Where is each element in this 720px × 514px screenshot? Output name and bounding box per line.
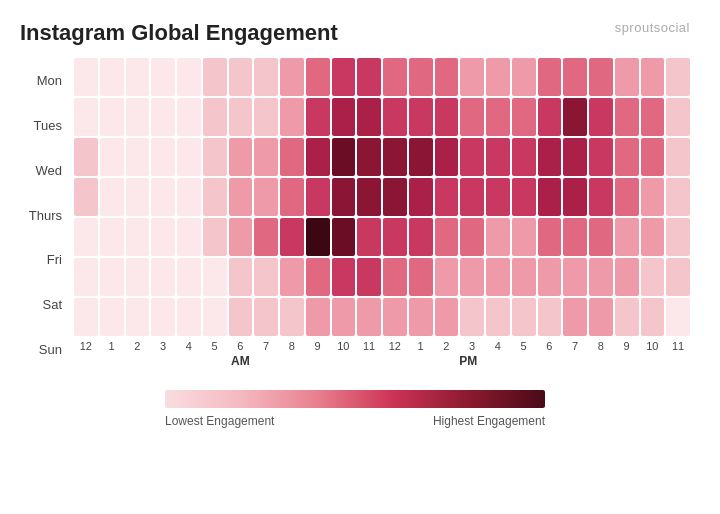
heatmap-cell xyxy=(383,58,407,96)
legend-high-label: Highest Engagement xyxy=(433,414,545,428)
heatmap-cell xyxy=(229,178,253,216)
heatmap-cell xyxy=(641,298,665,336)
x-label: 7 xyxy=(563,340,587,352)
x-label: 5 xyxy=(203,340,227,352)
heatmap-cell xyxy=(589,298,613,336)
heatmap-cell xyxy=(615,218,639,256)
heatmap-cell xyxy=(74,138,98,176)
heatmap-cell xyxy=(74,298,98,336)
heatmap-cell xyxy=(460,98,484,136)
heatmap-cell xyxy=(332,298,356,336)
heatmap-cell xyxy=(486,178,510,216)
heatmap-cell xyxy=(280,258,304,296)
heatmap-cell xyxy=(203,138,227,176)
x-label: 10 xyxy=(332,340,356,352)
heatmap-cell xyxy=(538,298,562,336)
heatmap-cell xyxy=(666,58,690,96)
heatmap-cell xyxy=(357,58,381,96)
heatmap-cell xyxy=(332,178,356,216)
x-label: 4 xyxy=(486,340,510,352)
heatmap-cell xyxy=(177,138,201,176)
heatmap-cell xyxy=(512,98,536,136)
x-label: 5 xyxy=(512,340,536,352)
heatmap-cell xyxy=(357,178,381,216)
heatmap-cell xyxy=(357,98,381,136)
heatmap-cell xyxy=(126,138,150,176)
heatmap-cell xyxy=(615,258,639,296)
heatmap-cell xyxy=(151,98,175,136)
heatmap-cell xyxy=(203,178,227,216)
heatmap-cell xyxy=(74,98,98,136)
x-label: 11 xyxy=(357,340,381,352)
x-label: 8 xyxy=(280,340,304,352)
heatmap-cell xyxy=(357,218,381,256)
heatmap-cell xyxy=(254,98,278,136)
heatmap-cell xyxy=(409,178,433,216)
heatmap-cell xyxy=(254,298,278,336)
am-label: AM xyxy=(231,354,250,368)
legend-low-label: Lowest Engagement xyxy=(165,414,274,428)
heatmap-cell xyxy=(203,58,227,96)
heatmap-cell xyxy=(357,138,381,176)
x-axis-row: 121234567891011121234567891011 AMPM xyxy=(74,340,690,372)
heatmap-cell xyxy=(641,98,665,136)
heatmap-cell xyxy=(409,138,433,176)
x-label: 10 xyxy=(641,340,665,352)
heatmap-cell xyxy=(563,298,587,336)
heatmap-cell xyxy=(306,138,330,176)
heatmap-cell xyxy=(589,258,613,296)
heatmap-cell xyxy=(460,138,484,176)
heatmap-cell xyxy=(74,218,98,256)
legend-bar xyxy=(165,390,545,408)
heatmap-cell xyxy=(435,138,459,176)
heatmap-cell xyxy=(460,298,484,336)
brand-label: sproutsocial xyxy=(615,20,690,35)
heatmap-cell xyxy=(229,258,253,296)
heatmap-cell xyxy=(74,178,98,216)
heatmap-cell xyxy=(409,298,433,336)
heatmap-cell xyxy=(151,178,175,216)
heatmap-cell xyxy=(486,298,510,336)
heatmap-cell xyxy=(100,298,124,336)
heatmap-cell xyxy=(306,298,330,336)
heatmap-cell xyxy=(589,58,613,96)
heatmap-cell xyxy=(641,178,665,216)
heatmap-cell xyxy=(280,298,304,336)
heatmap-cell xyxy=(435,98,459,136)
chart-area: MonTuesWedThursFriSatSun 121234567891011… xyxy=(20,58,690,372)
heatmap-cell xyxy=(177,58,201,96)
heatmap-cell xyxy=(280,218,304,256)
heatmap-cell xyxy=(100,138,124,176)
heatmap-cell xyxy=(177,98,201,136)
heatmap-cell xyxy=(254,178,278,216)
heatmap-cell xyxy=(615,178,639,216)
heatmap-cell xyxy=(332,218,356,256)
heatmap-cell xyxy=(409,58,433,96)
heatmap-cell xyxy=(512,138,536,176)
heatmap-cell xyxy=(280,178,304,216)
heatmap-cell xyxy=(254,258,278,296)
heatmap-cell xyxy=(538,218,562,256)
heatmap-cell xyxy=(332,138,356,176)
heatmap-cell xyxy=(151,258,175,296)
heatmap-cell xyxy=(460,58,484,96)
legend-area: Lowest Engagement Highest Engagement xyxy=(20,390,690,428)
x-label: 6 xyxy=(538,340,562,352)
heatmap-cell xyxy=(435,218,459,256)
heatmap-cell xyxy=(203,98,227,136)
heatmap-cell xyxy=(666,298,690,336)
x-label: 12 xyxy=(74,340,98,352)
heatmap-cell xyxy=(306,98,330,136)
heatmap-cell xyxy=(332,58,356,96)
heatmap-cell xyxy=(615,58,639,96)
heatmap-cell xyxy=(460,218,484,256)
page-container: Instagram Global Engagement sproutsocial… xyxy=(0,0,720,514)
heatmap-cell xyxy=(615,138,639,176)
heatmap-cell xyxy=(641,58,665,96)
heatmap-cell xyxy=(100,218,124,256)
heatmap-cell xyxy=(383,98,407,136)
y-label: Mon xyxy=(20,58,68,103)
x-label: 2 xyxy=(435,340,459,352)
heatmap-cell xyxy=(666,178,690,216)
heatmap-cell xyxy=(589,98,613,136)
